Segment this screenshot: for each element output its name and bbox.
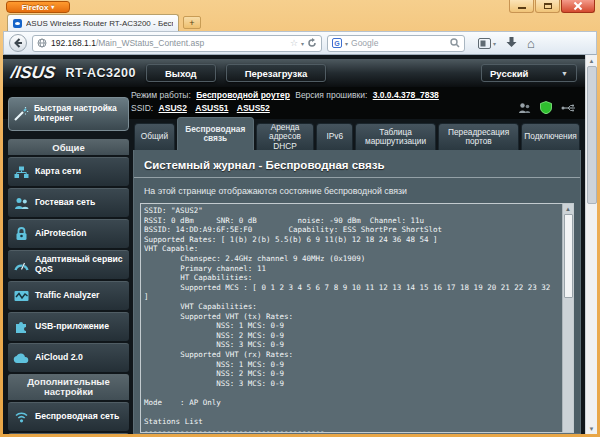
usb-icon[interactable] [561,103,575,113]
back-button[interactable] [9,34,27,52]
ssid-row: SSID: ASUS2 ASUS51 ASUS52 [131,103,585,113]
ssid-link-2[interactable]: ASUS51 [195,103,228,113]
mode-row: Режим работы: Беспроводной роутер Версия… [131,90,585,100]
parental-control-icon[interactable] [518,102,531,114]
google-engine-icon: G [332,38,342,48]
status-icons [518,101,575,114]
content-panel: Системный журнал - Беспроводная связь На… [133,150,581,434]
sidebar-item-quick-setup[interactable]: Быстрая настройка Интернет [8,97,129,131]
firmware-version-link[interactable]: 3.0.0.4.378_7838 [373,90,439,100]
tab-connections[interactable]: Подключения [521,123,580,150]
router-banner: /ISUS RT-AC3200 Выход Перезагрузка Русск… [3,59,585,87]
sidebar-item-guest-network[interactable]: Гостевая сеть [8,188,129,217]
main-content: Общий Беспроводная связь Аренда адресов … [133,117,581,434]
ssid-link-3[interactable]: ASUS52 [237,103,270,113]
url-bar[interactable]: 192.168.1.1/Main_WStatus_Content.asp ☆ ▾ [32,35,322,52]
tab-routing-table[interactable]: Таблица маршрутизации [355,123,436,150]
back-arrow-icon [13,38,23,48]
tab-general[interactable]: Общий [134,123,175,150]
firefox-menu-button[interactable]: Firefox ▾ [6,1,70,13]
sidebar-item-label: Беспроводная сеть [35,412,119,422]
tab-groups-button[interactable]: ▾ [478,38,496,49]
sidebar-item-usb-application[interactable]: USB-приложение [8,312,129,341]
sidebar-item-label: USB-приложение [35,322,109,332]
log-scrollbar-thumb[interactable] [564,214,573,298]
downloads-button[interactable] [506,37,517,49]
quick-setup-label: Быстрая настройка Интернет [34,104,124,124]
puzzle-icon [13,320,29,334]
globe-icon [37,38,47,48]
url-text: 192.168.1.1/Main_WStatus_Content.asp [51,38,286,48]
page-description: На этой странице отображаются состояние … [134,178,580,203]
search-placeholder: Google [351,38,447,48]
home-button[interactable]: ⌂ [527,37,535,50]
close-button[interactable] [561,0,595,13]
router-admin-page: /ISUS RT-AC3200 Выход Перезагрузка Русск… [3,55,597,434]
new-tab-button[interactable]: + [183,16,201,29]
tab-ipv6[interactable]: IPv6 [316,123,353,150]
url-path: /Main_WStatus_Content.asp [96,38,204,48]
tab-port-forwarding[interactable]: Переадресация портов [438,123,519,150]
sidebar-item-traffic-analyzer[interactable]: Traffic Analyzer [8,281,129,310]
reload-icon[interactable] [307,38,317,48]
window-controls [509,0,595,13]
sidebar-item-label: Карта сети [35,167,81,177]
mode-label: Режим работы: [131,90,191,100]
page-content: /ISUS RT-AC3200 Выход Перезагрузка Русск… [3,55,585,434]
tab-groups-icon [478,38,491,49]
search-field[interactable]: G ▾ Google [327,35,465,52]
ssid-link-1[interactable]: ASUS2 [159,103,187,113]
wireless-log-text: SSID: "ASUS2" RSSI: 0 dBm SNR: 0 dB nois… [141,204,562,432]
sidebar-section-advanced: Дополнительные настройки [8,374,129,400]
browser-scrollbar-thumb[interactable] [587,66,597,204]
network-map-icon [13,166,29,179]
sidebar-item-aiprotection[interactable]: AiProtection [8,219,129,248]
url-domain: 192.168.1.1 [51,38,96,48]
minimize-button[interactable] [509,0,534,13]
reboot-button[interactable]: Перезагрузка [226,64,327,82]
wifi-icon [13,411,29,423]
ssid-label: SSID: [131,103,153,113]
tab-title: ASUS Wireless Router RT-AC3200 - Бесп... [26,19,173,28]
sidebar-item-label: AiCloud 2.0 [35,353,83,363]
gauge-icon [13,259,29,271]
browser-tab[interactable]: ASUS Wireless Router RT-AC3200 - Бесп... [7,14,179,31]
sidebar-item-label: Гостевая сеть [35,198,95,208]
browser-scrollbar[interactable]: ▲ ▼ [585,55,597,434]
sidebar-item-label: Traffic Analyzer [35,291,99,301]
bookmark-star-icon[interactable]: ☆ [290,38,298,48]
log-scroll-up-icon[interactable]: ▲ [565,204,571,214]
search-icon[interactable] [450,38,460,48]
sidebar-item-wireless[interactable]: Беспроводная сеть [8,402,129,431]
navigation-toolbar: 192.168.1.1/Main_WStatus_Content.asp ☆ ▾… [3,31,597,55]
language-select[interactable]: Русский ▼ [481,64,577,82]
sidebar-item-lan[interactable]: Локальная сеть [8,433,129,434]
tab-groups-caret-icon: ▾ [493,40,496,47]
maximize-button[interactable] [535,0,560,13]
asus-favicon-icon [13,19,22,28]
sidebar-item-network-map[interactable]: Карта сети [8,157,129,186]
firmware-label: Версия прошивки: [295,90,367,100]
tab-dhcp-leases[interactable]: Аренда адресов DHCP [256,123,315,150]
lock-icon [13,227,29,241]
router-model: RT-AC3200 [65,66,136,80]
scroll-down-icon[interactable]: ▼ [586,423,598,434]
operation-mode-link[interactable]: Беспроводной роутер [196,90,290,100]
wireless-log-textarea[interactable]: SSID: "ASUS2" RSSI: 0 dBm SNR: 0 dB nois… [140,203,574,433]
urlbar-dropdown-icon[interactable]: ▾ [301,40,304,47]
urlbar-icons: ☆ ▾ [290,38,317,48]
search-engine-dropdown-icon[interactable]: ▾ [345,40,348,47]
chevron-down-icon: ▾ [51,4,54,10]
sidebar-item-adaptive-qos[interactable]: Адаптивный сервис QoS [8,250,129,279]
close-icon [574,2,582,10]
sidebar-item-label: Адаптивный сервис QoS [35,255,124,274]
scroll-up-icon[interactable]: ▲ [586,55,598,66]
cloud-icon [13,353,29,364]
tab-wireless-log[interactable]: Беспроводная связь [177,117,254,150]
log-scrollbar[interactable]: ▲ [562,204,573,432]
aiprotection-shield-icon[interactable] [540,101,552,114]
sidebar-item-label: AiProtection [35,229,87,239]
sidebar-item-aicloud[interactable]: AiCloud 2.0 [8,343,129,372]
logout-button[interactable]: Выход [146,64,216,82]
maximize-icon [544,3,552,9]
